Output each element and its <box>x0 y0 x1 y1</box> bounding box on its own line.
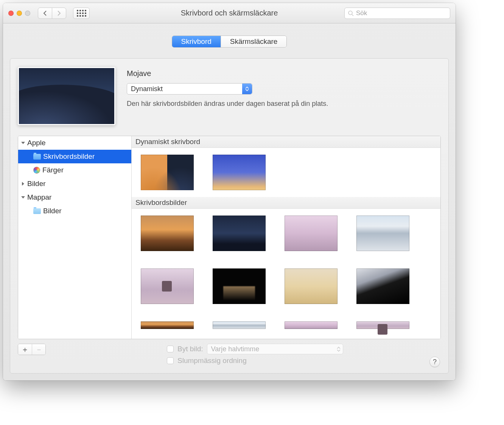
mode-description: Den här skrivbordsbilden ändras under da… <box>127 100 441 108</box>
nav-buttons <box>38 8 66 19</box>
add-folder-button[interactable]: ＋ <box>18 344 32 355</box>
color-wheel-icon <box>33 167 40 174</box>
wallpaper-gallery[interactable]: Dynamiskt skrivbord Skrivbordsbilder <box>132 136 440 339</box>
sidebar-item-apple[interactable]: Apple <box>18 136 131 150</box>
wallpaper-thumbnail[interactable] <box>285 268 338 304</box>
preferences-window: Skrivbord och skärmsläckare Sök Skrivbor… <box>3 3 456 380</box>
sidebar-item-label: Färger <box>42 166 64 174</box>
wallpaper-thumbnail[interactable] <box>356 321 409 329</box>
tab-desktop[interactable]: Skrivbord <box>172 36 221 47</box>
chevron-right-icon <box>57 11 61 16</box>
sidebar-item-label: Bilder <box>27 180 46 188</box>
add-remove-folder: ＋ － <box>18 344 46 355</box>
grid-icon <box>77 10 86 17</box>
zoom-window-button[interactable] <box>25 11 30 16</box>
sidebar-item-folder-pictures[interactable]: Bilder <box>18 204 131 218</box>
remove-folder-button[interactable]: － <box>32 344 45 355</box>
forward-button[interactable] <box>52 8 66 19</box>
bottom-controls: ＋ － Byt bild: Varje halvtimme <box>18 344 441 367</box>
wallpaper-thumbnail[interactable] <box>213 268 266 304</box>
wallpaper-thumbnail[interactable] <box>213 155 266 190</box>
random-order-checkbox[interactable] <box>167 357 174 364</box>
wallpaper-thumbnail[interactable] <box>285 321 338 329</box>
disclosure-triangle-icon <box>21 142 25 144</box>
change-picture-checkbox[interactable] <box>167 346 174 352</box>
rotation-options: Byt bild: Varje halvtimme Slumpmässig or… <box>167 344 343 367</box>
preview-row: Mojave Dynamiskt Den här skrivbordsbilde… <box>18 67 441 125</box>
split-view: Apple Skrivbordsbilder Färger Bilder <box>18 136 441 339</box>
titlebar: Skrivbord och skärmsläckare Sök <box>3 3 456 23</box>
tab-bar: Skrivbord Skärmsläckare <box>10 36 449 48</box>
sidebar-item-desktop-pictures[interactable]: Skrivbordsbilder <box>18 150 131 163</box>
wallpaper-thumbnail[interactable] <box>141 155 194 190</box>
wallpaper-thumbnail[interactable] <box>213 321 266 329</box>
wallpaper-thumbnail[interactable] <box>141 216 194 251</box>
gallery-section-header: Dynamiskt skrivbord <box>132 136 440 148</box>
search-field[interactable]: Sök <box>344 8 450 19</box>
wallpaper-name: Mojave <box>127 69 441 78</box>
wallpaper-thumbnail[interactable] <box>141 268 194 304</box>
disclosure-triangle-icon <box>21 196 25 199</box>
wallpaper-thumbnail[interactable] <box>356 268 409 304</box>
sidebar-item-label: Bilder <box>43 207 62 215</box>
source-list[interactable]: Apple Skrivbordsbilder Färger Bilder <box>18 136 132 339</box>
current-wallpaper-preview <box>18 67 115 125</box>
disclosure-triangle-icon <box>22 182 24 186</box>
show-all-button[interactable] <box>73 8 90 19</box>
select-stepper-icon <box>242 84 252 94</box>
sidebar-item-label: Skrivbordsbilder <box>43 152 95 161</box>
svg-point-0 <box>348 11 352 15</box>
sidebar-item-pictures[interactable]: Bilder <box>18 177 131 191</box>
search-icon <box>348 10 354 16</box>
change-picture-label: Byt bild: <box>177 345 203 353</box>
appearance-mode-value: Dynamiskt <box>131 85 163 93</box>
wallpaper-image <box>19 68 114 124</box>
sidebar-item-folders[interactable]: Mappar <box>18 191 131 204</box>
back-button[interactable] <box>38 8 52 19</box>
tab-screensaver[interactable]: Skärmsläckare <box>221 36 287 47</box>
search-placeholder: Sök <box>356 9 367 17</box>
random-order-label: Slumpmässig ordning <box>177 357 247 365</box>
wallpaper-thumbnail[interactable] <box>141 321 194 329</box>
sidebar-item-label: Apple <box>27 139 46 147</box>
preview-info: Mojave Dynamiskt Den här skrivbordsbilde… <box>127 67 441 125</box>
sidebar-item-label: Mappar <box>27 193 51 202</box>
body: Skrivbord Skärmsläckare Mojave Dynamiskt <box>3 23 456 380</box>
select-stepper-icon <box>337 347 341 352</box>
window-controls <box>8 11 30 16</box>
close-window-button[interactable] <box>8 11 14 16</box>
svg-line-1 <box>352 14 353 16</box>
help-button[interactable]: ? <box>429 357 440 367</box>
help-label: ? <box>433 358 437 366</box>
folder-icon <box>33 208 41 214</box>
change-interval-value: Varje halvtimme <box>211 345 260 353</box>
change-interval-select[interactable]: Varje halvtimme <box>207 344 343 354</box>
chevron-left-icon <box>43 11 47 16</box>
wallpaper-thumbnail[interactable] <box>356 216 409 251</box>
gallery-section-header: Skrivbordsbilder <box>132 197 440 209</box>
minimize-window-button[interactable] <box>17 11 22 16</box>
sidebar-item-colors[interactable]: Färger <box>18 163 131 177</box>
folder-icon <box>33 154 41 160</box>
content-card: Mojave Dynamiskt Den här skrivbordsbilde… <box>10 58 449 374</box>
appearance-mode-select[interactable]: Dynamiskt <box>127 83 252 95</box>
wallpaper-thumbnail[interactable] <box>213 216 266 251</box>
wallpaper-thumbnail[interactable] <box>285 216 338 251</box>
